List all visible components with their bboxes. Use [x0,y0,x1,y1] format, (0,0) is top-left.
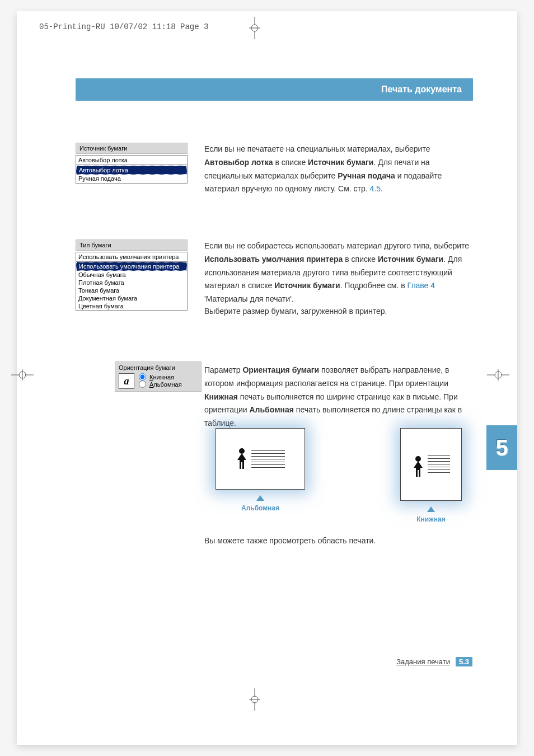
landscape-caption: Альбомная [241,504,279,512]
page: 05-Printing-RU 10/07/02 11:18 Page 3 Печ… [17,11,517,745]
paper-type-label: Тип бумаги [76,240,188,251]
paragraph: Параметр Ориентация бумаги позволяет выб… [204,364,473,430]
footer-section-label: Задания печати [396,658,450,666]
dropdown-option[interactable]: Документная бумага [76,294,187,302]
orientation-label: Ориентация бумаги [119,364,198,371]
paper-type-widget: Тип бумаги Использовать умолчания принте… [76,240,188,311]
dropdown-option[interactable]: Автовыбор лотка [76,166,187,175]
paper-source-label: Источник бумаги [76,143,188,154]
paragraph: Выберите размер бумаги, загруженной в пр… [204,305,473,318]
page-footer: Задания печати 5.3 [17,657,517,666]
orientation-radio-portrait[interactable]: Книжная [139,373,198,381]
footer-page-number: 5.3 [456,657,472,666]
landscape-page-icon [216,428,305,490]
dropdown-option[interactable]: Цветная бумага [76,302,187,310]
dropdown-option[interactable]: Использовать умолчания принтера [76,262,187,271]
crop-mark-icon [11,364,34,386]
orientation-previews: Альбомная Книжная [216,428,462,529]
portrait-preview: Книжная [400,428,462,529]
paragraph: Если вы не собираетесь использовать мате… [204,240,473,306]
paper-source-widget: Источник бумаги Автовыбор лотка Автовыбо… [76,143,188,184]
portrait-page-icon [400,428,462,501]
paper-type-select[interactable]: Использовать умолчания принтера [76,252,188,262]
section-header: Печать документа [76,78,473,101]
paper-source-select[interactable]: Автовыбор лотка [76,155,188,165]
dropdown-option[interactable]: Ручная подача [76,175,187,182]
orientation-widget: Ориентация бумаги a Книжная Альбомная [115,361,202,392]
radio-input[interactable] [139,373,146,381]
crop-mark-icon [243,688,266,711]
crop-mark-icon [243,17,266,39]
section-header-text: Печать документа [381,84,462,95]
paragraph: Вы можете также просмотреть область печа… [204,534,473,548]
chapter-tab: 5 [486,425,517,470]
crop-mark-icon [487,364,509,386]
text-lines-icon [251,450,285,468]
radio-input[interactable] [139,381,146,388]
dropdown-option[interactable]: Тонкая бумага [76,287,187,294]
text-lines-icon [428,456,450,473]
orientation-radio-landscape[interactable]: Альбомная [139,381,198,388]
page-link[interactable]: 4.5 [370,184,381,193]
arrow-up-icon [427,506,435,512]
chapter-link[interactable]: Главе 4 [407,281,435,290]
person-icon [412,456,424,478]
paper-source-dropdown[interactable]: Автовыбор лотка Ручная подача [76,165,188,184]
orientation-a-icon: a [119,373,134,389]
portrait-caption: Книжная [416,515,445,523]
dropdown-option[interactable]: Плотная бумага [76,279,187,287]
svg-point-17 [415,456,421,462]
dropdown-option[interactable]: Обычная бумага [76,271,187,279]
paragraph: Если вы не печатаете на специальных мате… [204,143,473,196]
arrow-up-icon [256,495,264,501]
paper-type-dropdown[interactable]: Использовать умолчания принтера Обычная … [76,262,188,311]
person-icon [236,448,248,470]
svg-point-16 [239,448,245,454]
print-slug: 05-Printing-RU 10/07/02 11:18 Page 3 [39,22,208,31]
landscape-preview: Альбомная [216,428,305,529]
